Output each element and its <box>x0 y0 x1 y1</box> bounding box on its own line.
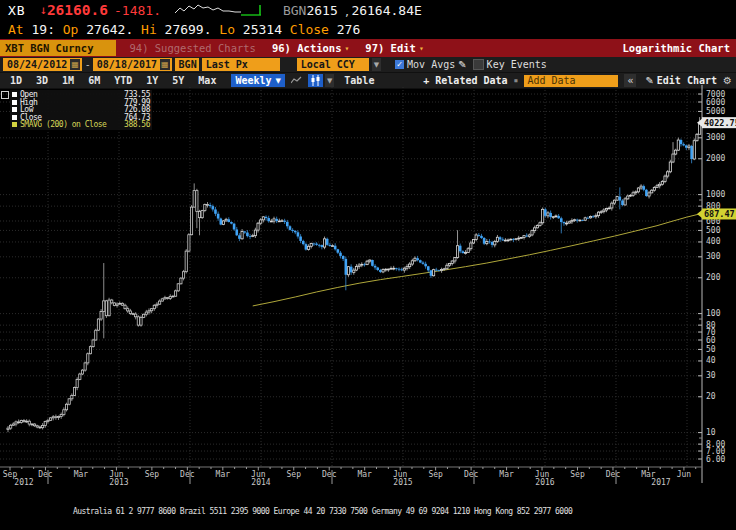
last-price: 26160.6 <box>47 2 108 18</box>
svg-text:300: 300 <box>706 252 721 261</box>
sma-200-line <box>253 214 700 306</box>
open-label: Op <box>63 22 79 37</box>
chevron-down-icon: ▾ <box>345 44 350 53</box>
svg-text:Mar: Mar <box>216 470 231 479</box>
security-tab[interactable]: XBT BGN Curncy <box>0 40 116 56</box>
ticker-symbol: XB <box>8 3 26 18</box>
currency-field[interactable]: Local CCY <box>297 58 369 71</box>
svg-text:Sep: Sep <box>428 470 443 479</box>
svg-text:50: 50 <box>706 345 716 354</box>
svg-text:30: 30 <box>706 371 716 380</box>
low-value: 25314 <box>243 22 282 37</box>
terminal-footer: Australia 61 2 9777 8600 Brazil 5511 239… <box>0 489 736 530</box>
svg-text:100: 100 <box>706 309 721 318</box>
svg-text:10: 10 <box>706 428 716 437</box>
legend-swatch-icon <box>12 100 17 105</box>
svg-text:400: 400 <box>706 237 721 246</box>
footer-contacts-line1: Australia 61 2 9777 8600 Brazil 5511 239… <box>0 507 736 516</box>
chart-type-label: Logarithmic Chart <box>623 42 730 54</box>
svg-text:60: 60 <box>706 336 716 345</box>
at-label: At <box>8 22 24 37</box>
svg-text:2016: 2016 <box>535 478 554 487</box>
pricing-source-field[interactable]: BGN <box>175 58 199 71</box>
svg-text:20: 20 <box>706 392 716 401</box>
actions-menu[interactable]: 96) Actions ▾ <box>272 42 349 54</box>
high-label: Hi <box>141 22 157 37</box>
edit-menu[interactable]: 97) Edit ▾ <box>365 42 423 54</box>
mov-avgs-label: Mov Avgs <box>407 59 455 70</box>
quote-header-line1: XB ↓ 26160.6 -1481. BGN 2615 , 26164.84E <box>0 0 736 20</box>
toolbar-settings: 08/24/2012 ▦ - 08/18/2017 ▦ BGN Last Px … <box>0 57 736 73</box>
legend-item-smavg[interactable]: SMAVG (200) on Close388.56 <box>12 121 150 129</box>
legend-expand-icon[interactable] <box>1 91 9 99</box>
quote-source-label: BGN <box>283 3 306 18</box>
related-data-dropdown-arrow[interactable]: ▪ <box>514 76 519 85</box>
svg-text:Sep: Sep <box>287 470 302 479</box>
mov-avgs-checkbox[interactable]: ✓ <box>395 60 404 69</box>
key-events-label: Key Events <box>487 59 547 70</box>
legend-label: SMAVG (200) on Close <box>20 120 106 129</box>
close-label: Close <box>290 22 329 37</box>
price-change: -1481. <box>114 3 161 18</box>
svg-text:2012: 2012 <box>14 478 33 487</box>
svg-text:3000: 3000 <box>706 133 725 142</box>
key-events-checkbox[interactable] <box>473 59 484 70</box>
svg-text:4022.75: 4022.75 <box>704 118 736 128</box>
svg-text:Mar: Mar <box>499 470 514 479</box>
date-to-field[interactable]: 08/18/2017 ▦ <box>93 58 172 71</box>
svg-text:2017: 2017 <box>651 478 670 487</box>
svg-text:2013: 2013 <box>109 478 128 487</box>
currency-dropdown-arrow[interactable]: ▼ <box>372 58 381 71</box>
date-range-dash: - <box>85 59 91 70</box>
legend-swatch-icon <box>12 92 17 97</box>
axis-price-tag: 4022.75 <box>697 117 736 128</box>
svg-text:687.47: 687.47 <box>704 209 735 219</box>
price-sparkline <box>171 2 267 18</box>
svg-text:500: 500 <box>706 226 721 235</box>
date-from-field[interactable]: 08/24/2012 ▦ <box>3 58 82 71</box>
low-label: Lo <box>219 22 235 37</box>
high-value: 27699. <box>165 22 212 37</box>
calendar-icon[interactable]: ▦ <box>160 59 170 70</box>
svg-text:Dec: Dec <box>180 470 195 479</box>
legend-swatch-icon <box>12 115 17 120</box>
svg-text:2000: 2000 <box>706 154 725 163</box>
axis-price-tag: 687.47 <box>697 208 736 219</box>
chevron-down-icon: ▼ <box>276 77 281 85</box>
chart-area[interactable]: 7000600050003000200010008006005004003002… <box>0 85 736 487</box>
svg-text:Dec: Dec <box>606 470 621 479</box>
calendar-icon[interactable]: ▦ <box>70 59 80 70</box>
suggested-charts-menu[interactable]: 94) Suggested Charts <box>130 42 256 54</box>
candles <box>7 117 701 432</box>
svg-text:Dec: Dec <box>322 470 337 479</box>
chevron-down-icon: ▾ <box>419 44 424 53</box>
svg-text:200: 200 <box>706 273 721 282</box>
svg-text:6.00: 6.00 <box>706 455 725 464</box>
price-type-field[interactable]: Last Px <box>202 58 280 71</box>
ask-price: 26164.84E <box>351 3 421 18</box>
svg-text:Sep: Sep <box>570 470 585 479</box>
svg-text:40: 40 <box>706 356 716 365</box>
svg-text:6000: 6000 <box>706 98 725 107</box>
svg-text:5000: 5000 <box>706 107 725 116</box>
quote-header-line2: At 19: Op 27642. Hi 27699. Lo 25314 Clos… <box>0 20 736 39</box>
svg-text:2014: 2014 <box>251 478 270 487</box>
svg-text:Dec: Dec <box>38 470 53 479</box>
legend-value: 388.56 <box>124 120 150 129</box>
candlestick-chart[interactable]: 7000600050003000200010008006005004003002… <box>0 85 736 487</box>
svg-text:Sep: Sep <box>145 470 160 479</box>
chart-legend[interactable]: Open733.55High779.99Low726.08Close764.73… <box>10 90 152 130</box>
down-arrow-icon: ↓ <box>40 3 47 17</box>
menu-bar: XBT BGN Curncy 94) Suggested Charts 96) … <box>0 39 736 57</box>
pencil-icon[interactable]: ✎ <box>458 59 466 70</box>
close-value: 276 <box>337 22 360 37</box>
svg-text:Dec: Dec <box>464 470 479 479</box>
svg-text:1000: 1000 <box>706 190 725 199</box>
svg-text:Jun: Jun <box>677 470 692 479</box>
svg-text:Mar: Mar <box>357 470 372 479</box>
at-value: 19: <box>31 22 54 37</box>
svg-text:2015: 2015 <box>393 478 412 487</box>
bid-ask-separator: , <box>344 6 351 19</box>
open-value: 27642. <box>86 22 133 37</box>
bid-price: 2615 <box>306 3 337 18</box>
